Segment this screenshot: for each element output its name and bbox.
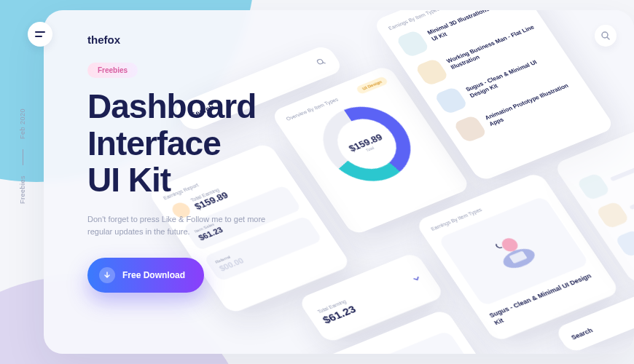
download-button[interactable]: Free Download — [87, 258, 204, 293]
brand-logo[interactable]: thefox — [87, 33, 120, 46]
hero-subtitle: Don't forget to press Like & Follow me t… — [87, 213, 291, 239]
chevron-down-icon — [409, 272, 424, 287]
side-label-date: Feb 2020 — [19, 108, 26, 139]
search-icon — [601, 31, 610, 40]
download-icon — [99, 267, 115, 283]
page-title: Dashboard Interface UI Kit — [87, 88, 335, 199]
download-label: Free Download — [122, 270, 185, 280]
thumb-icon — [395, 30, 430, 58]
search-button[interactable] — [595, 25, 617, 47]
thumb-icon — [415, 58, 450, 87]
svg-line-3 — [607, 37, 609, 39]
menu-icon — [35, 31, 45, 38]
side-label-freebies: Freebies — [19, 175, 26, 204]
thumb-icon — [453, 115, 488, 143]
search-label-2: Search — [570, 326, 595, 341]
thumb-icon — [434, 87, 469, 115]
side-meta: Freebies Feb 2020 — [19, 108, 26, 204]
hero: Freebies Dashboard Interface UI Kit Don'… — [87, 63, 335, 293]
main-panel: thefox Freebies Dashboard Interface UI K… — [44, 10, 634, 354]
hero-badge: Freebies — [87, 63, 138, 78]
donut-badge: UI Design — [356, 76, 388, 95]
menu-button[interactable] — [28, 22, 52, 47]
